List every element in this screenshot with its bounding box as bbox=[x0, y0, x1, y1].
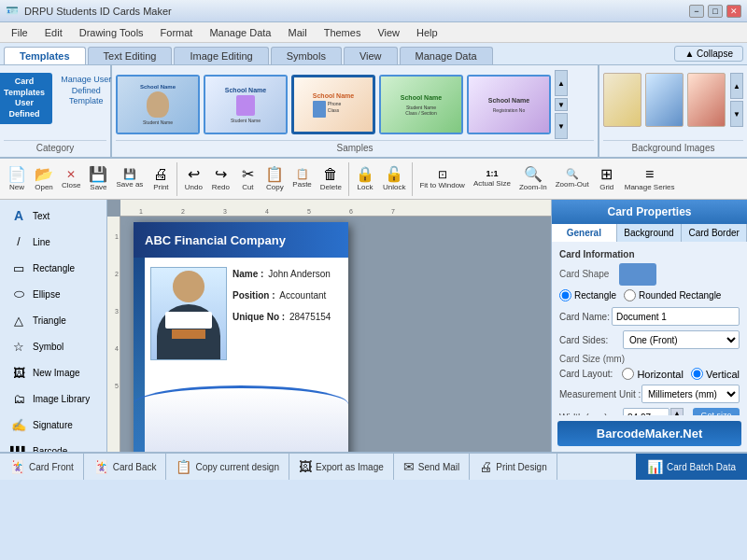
rectangle-option[interactable]: Rectangle bbox=[559, 289, 616, 301]
print-design-icon: 🖨 bbox=[479, 459, 492, 474]
zoom-in-icon: 🔍 bbox=[524, 167, 543, 182]
grid-button[interactable]: ⊞ Grid bbox=[594, 165, 620, 193]
sidebar-item-image-library[interactable]: 🗂 Image Library bbox=[3, 386, 104, 411]
card-properties-panel: Card Properties General Background Card … bbox=[551, 200, 747, 452]
collapse-button[interactable]: ▲ Collapse bbox=[674, 46, 743, 62]
width-up-button[interactable]: ▲ bbox=[670, 408, 684, 415]
paste-button[interactable]: 📋 Paste bbox=[289, 167, 315, 190]
unlock-button[interactable]: 🔓 Unlock bbox=[379, 165, 409, 193]
title-bar-left: 🪪 DRPU Students ID Cards Maker bbox=[6, 5, 172, 17]
props-tab-background[interactable]: Background bbox=[617, 224, 683, 242]
menu-format[interactable]: Format bbox=[153, 25, 201, 40]
card-details: Name : John Anderson Position : Accounta… bbox=[233, 269, 345, 322]
tab-view[interactable]: View bbox=[344, 47, 398, 64]
menu-edit[interactable]: Edit bbox=[37, 25, 70, 40]
card-size-title: Card Size (mm) bbox=[559, 354, 740, 364]
maximize-button[interactable]: □ bbox=[708, 5, 723, 18]
export-image-icon: 🖼 bbox=[299, 459, 312, 474]
menu-help[interactable]: Help bbox=[409, 25, 445, 40]
horizontal-radio[interactable] bbox=[622, 368, 634, 380]
bg-scroll-down[interactable]: ▼ bbox=[730, 101, 743, 127]
card-templates-button[interactable]: Card Templates User Defined bbox=[0, 73, 52, 124]
measure-select[interactable]: Millimeters (mm) Inches Centimeters bbox=[641, 385, 740, 403]
tab-symbols[interactable]: Symbols bbox=[271, 47, 342, 64]
zoom-out-button[interactable]: 🔍 Zoom-Out bbox=[552, 167, 593, 190]
sample-card-1[interactable]: School Name Student Name bbox=[116, 75, 200, 134]
tab-image-editing[interactable]: Image Editing bbox=[174, 47, 268, 64]
sidebar-item-triangle[interactable]: △ Triangle bbox=[3, 308, 104, 332]
menu-manage-data[interactable]: Manage Data bbox=[202, 25, 278, 40]
horizontal-option[interactable]: Horizontal bbox=[622, 368, 684, 380]
save-as-button[interactable]: 💾 Save as bbox=[112, 167, 147, 190]
measure-label: Measurement Unit : bbox=[559, 389, 641, 399]
vertical-option[interactable]: Vertical bbox=[691, 368, 740, 380]
actual-size-button[interactable]: 1:1 Actual Size bbox=[470, 168, 514, 189]
status-copy-design[interactable]: 📋 Copy current design bbox=[166, 454, 289, 480]
lock-button[interactable]: 🔒 Lock bbox=[352, 165, 378, 193]
sidebar-item-rectangle[interactable]: ▭ Rectangle bbox=[3, 256, 104, 280]
sidebar-item-line[interactable]: / Line bbox=[3, 230, 104, 254]
cut-button[interactable]: ✂ Cut bbox=[234, 165, 261, 193]
rectangle-radio[interactable] bbox=[559, 289, 571, 301]
menu-view[interactable]: View bbox=[370, 25, 407, 40]
sidebar-item-symbol[interactable]: ☆ Symbol bbox=[3, 334, 104, 358]
new-button[interactable]: 📄 New bbox=[4, 165, 30, 193]
sidebar-item-ellipse[interactable]: ⬭ Ellipse bbox=[3, 282, 104, 306]
fit-to-window-button[interactable]: ⊡ Fit to Window bbox=[416, 167, 468, 191]
sidebar-item-barcode[interactable]: ▌▌▌ Barcode bbox=[3, 439, 104, 452]
scroll-up-button[interactable]: ▲ bbox=[555, 70, 568, 96]
undo-button[interactable]: ↩ Undo bbox=[180, 165, 206, 193]
zoom-in-button[interactable]: 🔍 Zoom-In bbox=[515, 165, 551, 193]
scroll-down-button[interactable]: ▼ bbox=[555, 113, 568, 139]
save-button[interactable]: 💾 Save bbox=[85, 165, 111, 193]
copy-button[interactable]: 📋 Copy bbox=[261, 165, 288, 193]
bg-thumb-3[interactable] bbox=[687, 73, 726, 127]
sample-card-3[interactable]: School Name PhoneClass bbox=[291, 75, 375, 134]
dimensions-inputs: Width (mm) ▲ ▼ Height (mm) ▲ ▼ bbox=[559, 408, 684, 415]
redo-button[interactable]: ↪ Redo bbox=[207, 165, 233, 193]
status-print-design[interactable]: 🖨 Print Design bbox=[470, 454, 557, 480]
symbol-icon: ☆ bbox=[10, 338, 27, 355]
menu-themes[interactable]: Themes bbox=[317, 25, 369, 40]
close-button[interactable]: ✕ bbox=[726, 5, 741, 18]
get-size-button[interactable]: Get sizefrom Printer bbox=[693, 408, 740, 415]
sample-card-2[interactable]: School Name Student Name bbox=[204, 75, 288, 134]
sidebar-item-signature[interactable]: ✍ Signature bbox=[3, 413, 104, 437]
bg-thumb-2[interactable] bbox=[645, 73, 684, 127]
props-tab-general[interactable]: General bbox=[552, 224, 617, 242]
menu-mail[interactable]: Mail bbox=[280, 25, 314, 40]
open-button[interactable]: 📂 Open bbox=[31, 165, 57, 193]
menu-drawing-tools[interactable]: Drawing Tools bbox=[72, 25, 151, 40]
scroll-dropdown[interactable]: ▼ bbox=[555, 98, 568, 111]
minimize-button[interactable]: − bbox=[689, 5, 704, 18]
tab-manage-data[interactable]: Manage Data bbox=[400, 47, 493, 64]
bg-scroll-up[interactable]: ▲ bbox=[730, 73, 743, 99]
manage-template-button[interactable]: Manage User Defined Template bbox=[58, 73, 114, 109]
props-tab-card-border[interactable]: Card Border bbox=[682, 224, 747, 242]
menu-file[interactable]: File bbox=[4, 25, 35, 40]
samples-section: School Name Student Name School Name Stu… bbox=[112, 65, 598, 157]
bg-thumb-1[interactable] bbox=[603, 73, 641, 127]
card-name-input[interactable] bbox=[612, 307, 740, 326]
card-sides-select[interactable]: One (Front) Two (Front & Back) bbox=[623, 330, 740, 349]
status-card-front[interactable]: 🃏 Card Front bbox=[0, 454, 84, 480]
status-export-image[interactable]: 🖼 Export as Image bbox=[289, 454, 394, 480]
close-tb-button[interactable]: ✕ Close bbox=[58, 167, 84, 191]
vertical-radio[interactable] bbox=[691, 368, 703, 380]
sample-card-4[interactable]: School Name Student NameClass / Section bbox=[379, 75, 463, 134]
sidebar-item-new-image[interactable]: 🖼 New Image bbox=[3, 360, 104, 385]
rounded-rectangle-radio[interactable] bbox=[624, 289, 636, 301]
open-icon: 📂 bbox=[35, 167, 53, 182]
tab-templates[interactable]: Templates bbox=[4, 47, 86, 64]
status-card-back[interactable]: 🃏 Card Back bbox=[84, 454, 167, 480]
print-button[interactable]: 🖨 Print bbox=[148, 165, 174, 193]
manage-series-button[interactable]: ≡ Manage Series bbox=[621, 165, 679, 193]
rounded-rectangle-option[interactable]: Rounded Rectangle bbox=[624, 289, 721, 301]
tab-text-editing[interactable]: Text Editing bbox=[88, 47, 173, 64]
sample-card-5[interactable]: School Name Registration No bbox=[467, 75, 551, 134]
sidebar-item-text[interactable]: A Text bbox=[3, 203, 104, 228]
width-input[interactable] bbox=[623, 408, 669, 415]
status-send-mail[interactable]: ✉ Send Mail bbox=[394, 454, 470, 480]
delete-button[interactable]: 🗑 Delete bbox=[317, 165, 345, 193]
status-card-batch[interactable]: 📊 Card Batch Data bbox=[636, 454, 747, 480]
